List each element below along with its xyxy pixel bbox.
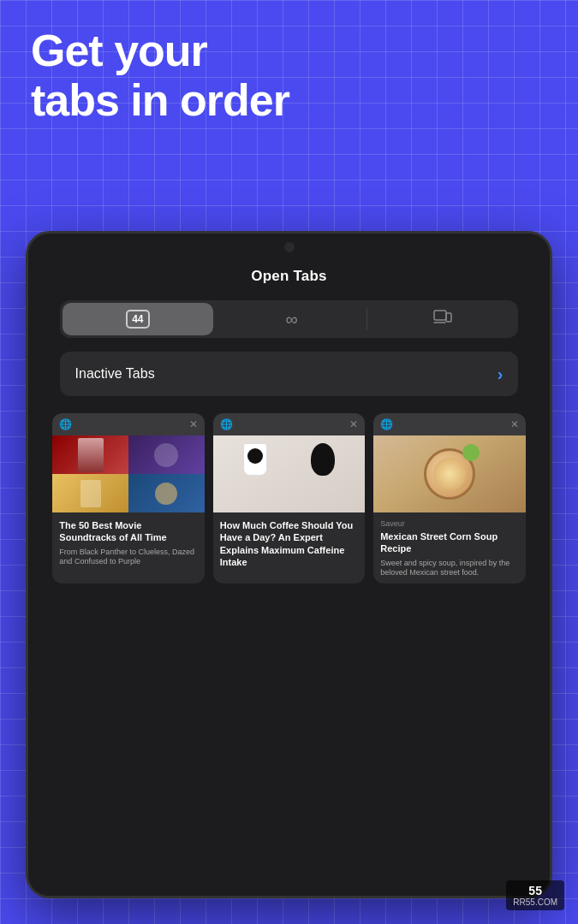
tab-normal-button[interactable]: 44 xyxy=(63,303,214,335)
favicon-globe-icon: 🌐 xyxy=(59,418,72,430)
tab-card-coffee-title: How Much Coffee Should You Have a Day? A… xyxy=(220,519,358,568)
tab-card-movie-desc: From Black Panther to Clueless, Dazed an… xyxy=(59,548,197,567)
tab-card-soup-desc: Sweet and spicy soup, inspired by the be… xyxy=(380,559,518,578)
favicon-globe-icon-3: 🌐 xyxy=(380,418,393,430)
tab-synced-button[interactable] xyxy=(367,300,519,338)
movie-img-cell3 xyxy=(52,474,128,512)
tab-card-coffee[interactable]: 🌐 ✕ How Much Coffe xyxy=(213,413,365,583)
tab-card-movie[interactable]: 🌐 ✕ xyxy=(52,413,204,583)
headline: Get your tabs in order xyxy=(31,26,547,125)
tab-count-badge: 44 xyxy=(126,310,150,329)
movie-img-cell1 xyxy=(52,435,128,474)
movie-img-cell4 xyxy=(128,474,205,512)
tablet-notch xyxy=(284,242,295,252)
tab-cards-container: 🌐 ✕ xyxy=(49,413,528,583)
close-tab-movie-button[interactable]: ✕ xyxy=(189,419,198,429)
tablet-device: Open Tabs 44 ∞ Inactive Tabs xyxy=(26,231,552,898)
tablet-screen: Open Tabs 44 ∞ Inactive Tabs xyxy=(28,234,550,896)
tab-card-coffee-body: How Much Coffee Should You Have a Day? A… xyxy=(213,512,365,577)
watermark-logo: 55 xyxy=(528,884,542,897)
tab-private-button[interactable]: ∞ xyxy=(216,300,367,338)
tab-card-soup-source: Saveur xyxy=(380,519,518,528)
movie-img-cell2 xyxy=(128,435,205,474)
inactive-tabs-bar[interactable]: Inactive Tabs › xyxy=(60,352,519,396)
infinity-icon: ∞ xyxy=(285,310,297,329)
favicon-globe-icon-2: 🌐 xyxy=(220,418,233,430)
svg-rect-1 xyxy=(446,313,451,322)
tab-card-soup-body: Saveur Mexican Street Corn Soup Recipe S… xyxy=(373,512,525,583)
open-tabs-title: Open Tabs xyxy=(251,268,326,285)
tab-selector: 44 ∞ xyxy=(60,300,519,338)
tab-card-coffee-image xyxy=(213,435,365,512)
headline-line2: tabs in order xyxy=(31,75,547,125)
tab-card-soup-image xyxy=(373,435,525,512)
tab-card-soup-title: Mexican Street Corn Soup Recipe xyxy=(380,530,518,555)
tab-card-movie-header: 🌐 ✕ xyxy=(52,413,204,435)
headline-line1: Get your xyxy=(31,26,547,75)
device-sync-icon xyxy=(433,310,452,329)
inactive-tabs-chevron: › xyxy=(498,364,504,384)
watermark: 55 RR55.COM xyxy=(506,880,564,910)
close-tab-soup-button[interactable]: ✕ xyxy=(510,419,519,429)
tab-card-soup[interactable]: 🌐 ✕ Saveur Mexican Street Corn Soup Reci… xyxy=(373,413,525,583)
svg-rect-0 xyxy=(434,311,446,320)
inactive-tabs-label: Inactive Tabs xyxy=(75,366,155,382)
close-tab-coffee-button[interactable]: ✕ xyxy=(349,419,358,429)
tab-card-movie-image xyxy=(52,435,204,512)
tab-card-movie-title: The 50 Best Movie Soundtracks of All Tim… xyxy=(59,519,197,544)
tab-card-soup-header: 🌐 ✕ xyxy=(373,413,525,435)
watermark-url: RR55.COM xyxy=(513,897,557,907)
tab-card-coffee-header: 🌐 ✕ xyxy=(213,413,365,435)
tab-card-movie-body: The 50 Best Movie Soundtracks of All Tim… xyxy=(52,512,204,572)
